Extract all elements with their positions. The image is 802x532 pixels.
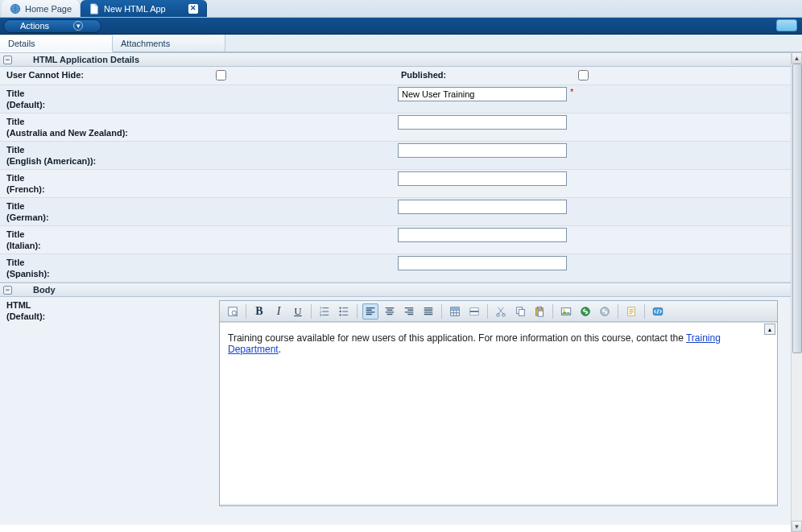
svg-point-8 xyxy=(339,314,341,315)
status-indicator-icon xyxy=(776,19,797,31)
label-title-de: Title (German): xyxy=(0,198,209,225)
align-justify-icon[interactable] xyxy=(420,303,436,320)
rte-text-before: Training course available for new users … xyxy=(228,332,686,344)
unordered-list-icon[interactable] xyxy=(336,303,352,320)
rte-text-after: . xyxy=(279,344,281,355)
copy-icon[interactable] xyxy=(512,303,528,320)
align-right-icon[interactable] xyxy=(401,303,417,320)
italic-icon[interactable]: I xyxy=(271,303,287,320)
label-title-es: Title (Spanish): xyxy=(0,254,209,282)
actions-menu-label: Actions xyxy=(20,21,49,31)
scroll-up-icon[interactable]: ▲ xyxy=(792,52,802,64)
label-html-default: HTML (Default): xyxy=(0,297,219,525)
remove-link-icon[interactable] xyxy=(597,303,613,320)
label-user-cannot-hide: User Cannot Hide: xyxy=(0,67,209,85)
vertical-scrollbar[interactable]: ▲ ▼ xyxy=(791,52,802,532)
label-title-anz: Title (Australia and New Zealand): xyxy=(0,113,209,141)
record-tab-bar: Details Attachments xyxy=(0,35,802,52)
subtab-attachments[interactable]: Attachments xyxy=(113,35,225,52)
subtab-attachments-label: Attachments xyxy=(121,39,170,48)
svg-rect-23 xyxy=(628,307,635,315)
input-title-default[interactable] xyxy=(398,87,567,101)
source-view-icon[interactable] xyxy=(650,303,666,320)
required-mark: * xyxy=(570,87,573,97)
svg-rect-15 xyxy=(519,309,524,315)
svg-point-6 xyxy=(339,307,341,308)
document-icon[interactable] xyxy=(623,303,639,320)
content-area: − HTML Application Details User Cannot H… xyxy=(0,52,802,532)
checkbox-user-cannot-hide[interactable] xyxy=(216,70,226,80)
actions-menu-button[interactable]: Actions ▾ xyxy=(3,19,101,33)
scroll-down-icon[interactable]: ▼ xyxy=(792,521,802,532)
label-title-enus: Title (English (American)): xyxy=(0,142,209,169)
label-published: Published: xyxy=(395,67,572,85)
svg-text:3: 3 xyxy=(320,313,322,317)
paste-icon[interactable] xyxy=(531,303,548,320)
chevron-down-icon: ▾ xyxy=(73,21,83,31)
input-title-anz[interactable] xyxy=(398,115,567,130)
document-icon xyxy=(89,3,100,14)
tab-new-html-app-label: New HTML App xyxy=(104,4,166,14)
ordered-list-icon[interactable]: 123 xyxy=(316,303,333,320)
actions-bar: Actions ▾ xyxy=(0,18,802,35)
svg-point-7 xyxy=(339,310,341,311)
section-header-details-label: HTML Application Details xyxy=(33,55,139,64)
collapse-icon[interactable]: − xyxy=(3,56,12,64)
rich-text-editor: B I U 123 xyxy=(219,300,778,506)
insert-table-icon[interactable] xyxy=(447,303,463,320)
bold-icon[interactable]: B xyxy=(251,303,267,320)
tab-home-page-label: Home Page xyxy=(25,4,72,14)
close-icon[interactable]: ✕ xyxy=(188,4,198,14)
checkbox-published[interactable] xyxy=(578,70,589,80)
rte-toolbar: B I U 123 xyxy=(220,301,777,322)
section-header-body-label: Body xyxy=(33,285,56,295)
insert-image-icon[interactable] xyxy=(558,303,574,320)
input-title-de[interactable] xyxy=(398,200,567,214)
underline-icon[interactable]: U xyxy=(290,303,306,320)
input-title-it[interactable] xyxy=(398,228,567,242)
label-title-fr: Title (French): xyxy=(0,170,209,197)
align-center-icon[interactable] xyxy=(382,303,398,320)
label-title-it: Title (Italian): xyxy=(0,226,209,254)
collapse-icon[interactable]: − xyxy=(3,286,12,295)
subtab-details-label: Details xyxy=(8,39,35,48)
input-title-enus[interactable] xyxy=(398,143,567,158)
cut-icon[interactable] xyxy=(493,303,509,320)
section-header-body[interactable]: − Body xyxy=(0,282,791,297)
svg-rect-17 xyxy=(537,307,541,309)
insert-hr-icon[interactable] xyxy=(466,303,482,320)
svg-point-20 xyxy=(563,308,565,311)
rte-content-area[interactable]: Training course available for new users … xyxy=(220,322,777,504)
insert-link-icon[interactable] xyxy=(577,303,593,320)
globe-icon xyxy=(10,3,21,14)
section-header-details[interactable]: − HTML Application Details xyxy=(0,52,791,67)
tab-new-html-app[interactable]: New HTML App ✕ xyxy=(81,0,207,17)
preview-icon[interactable] xyxy=(225,303,241,320)
input-title-fr[interactable] xyxy=(398,171,567,186)
svg-rect-18 xyxy=(538,311,543,316)
svg-rect-10 xyxy=(451,307,460,310)
label-title-default: Title (Default): xyxy=(0,85,209,113)
tab-home-page[interactable]: Home Page xyxy=(2,0,81,17)
input-title-es[interactable] xyxy=(398,256,567,270)
collapse-up-icon[interactable]: ▴ xyxy=(764,324,775,335)
subtab-details[interactable]: Details xyxy=(0,35,113,52)
top-tab-bar: Home Page New HTML App ✕ xyxy=(0,0,802,18)
align-left-icon[interactable] xyxy=(362,303,378,320)
scrollbar-thumb[interactable] xyxy=(792,64,802,353)
